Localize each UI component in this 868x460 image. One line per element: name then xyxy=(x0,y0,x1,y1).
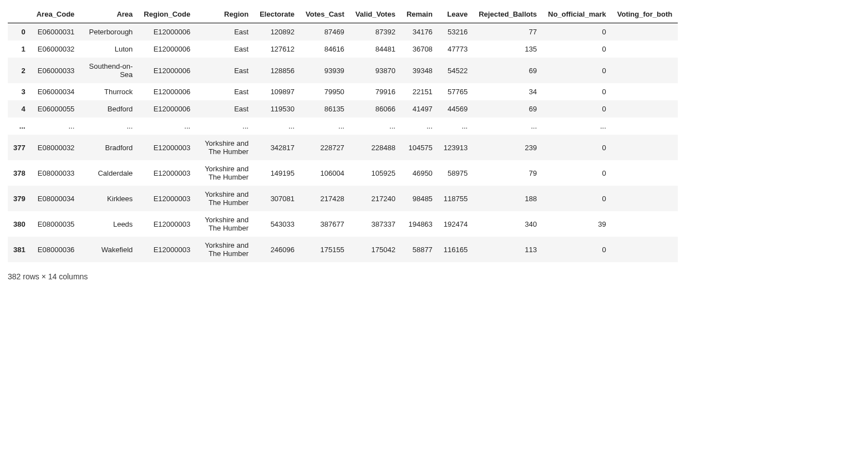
cell: 105925 xyxy=(350,160,401,186)
cell: 543033 xyxy=(254,211,300,237)
cell: E12000003 xyxy=(138,211,196,237)
col-header: Region xyxy=(196,6,254,23)
table-row: 2 E06000033 Southend-on-Sea E12000006 Ea… xyxy=(8,58,678,83)
cell: E08000036 xyxy=(31,237,80,262)
cell: 54522 xyxy=(438,58,473,83)
cell: 128856 xyxy=(254,58,300,83)
col-header: Voting_for_both xyxy=(612,6,678,23)
cell: Yorkshire and The Humber xyxy=(196,135,254,160)
cell: 22151 xyxy=(401,83,438,100)
cell: 46950 xyxy=(401,160,438,186)
row-index: 1 xyxy=(8,40,31,58)
cell: 387677 xyxy=(300,211,350,237)
cell: 0 xyxy=(542,100,612,117)
cell: ... xyxy=(473,117,542,135)
cell: E06000034 xyxy=(31,83,80,100)
cell: 79 xyxy=(473,160,542,186)
table-row: 378 E08000033 Calderdale E12000003 Yorks… xyxy=(8,160,678,186)
cell: 77 xyxy=(473,23,542,41)
cell: 109897 xyxy=(254,83,300,100)
cell: 340 xyxy=(473,211,542,237)
cell: Thurrock xyxy=(80,83,138,100)
table-row: 1 E06000032 Luton E12000006 East 127612 … xyxy=(8,40,678,58)
cell: E06000032 xyxy=(31,40,80,58)
cell xyxy=(612,58,678,83)
cell: E08000032 xyxy=(31,135,80,160)
cell: Southend-on-Sea xyxy=(80,58,138,83)
cell: 36708 xyxy=(401,40,438,58)
cell: 342817 xyxy=(254,135,300,160)
cell: Peterborough xyxy=(80,23,138,41)
cell: 39 xyxy=(542,211,612,237)
row-index: 0 xyxy=(8,23,31,41)
col-header: Area_Code xyxy=(31,6,80,23)
cell: 87392 xyxy=(350,23,401,41)
row-index: 2 xyxy=(8,58,31,83)
cell: ... xyxy=(350,117,401,135)
cell: 58877 xyxy=(401,237,438,262)
cell: Luton xyxy=(80,40,138,58)
table-row: 380 E08000035 Leeds E12000003 Yorkshire … xyxy=(8,211,678,237)
cell: Wakefield xyxy=(80,237,138,262)
cell: 84616 xyxy=(300,40,350,58)
row-index: 377 xyxy=(8,135,31,160)
cell: Yorkshire and The Humber xyxy=(196,211,254,237)
cell: 86066 xyxy=(350,100,401,117)
cell: 123913 xyxy=(438,135,473,160)
cell: Yorkshire and The Humber xyxy=(196,160,254,186)
cell: 217240 xyxy=(350,186,401,211)
cell: 228488 xyxy=(350,135,401,160)
cell: Kirklees xyxy=(80,186,138,211)
cell: 0 xyxy=(542,160,612,186)
cell: East xyxy=(196,100,254,117)
cell xyxy=(612,237,678,262)
table-row: 0 E06000031 Peterborough E12000006 East … xyxy=(8,23,678,41)
row-index: 4 xyxy=(8,100,31,117)
cell: East xyxy=(196,58,254,83)
cell: ... xyxy=(542,117,612,135)
cell: E06000031 xyxy=(31,23,80,41)
cell: 127612 xyxy=(254,40,300,58)
cell: E12000003 xyxy=(138,186,196,211)
cell: 41497 xyxy=(401,100,438,117)
col-header: No_official_mark xyxy=(542,6,612,23)
cell xyxy=(612,100,678,117)
cell: E12000006 xyxy=(138,100,196,117)
cell: E12000003 xyxy=(138,160,196,186)
cell: E12000006 xyxy=(138,58,196,83)
cell: 246096 xyxy=(254,237,300,262)
cell: 106004 xyxy=(300,160,350,186)
shape-summary: 382 rows × 14 columns xyxy=(8,272,860,281)
cell: 57765 xyxy=(438,83,473,100)
cell: 87469 xyxy=(300,23,350,41)
cell: 39348 xyxy=(401,58,438,83)
row-index: 378 xyxy=(8,160,31,186)
cell: 307081 xyxy=(254,186,300,211)
cell: E08000035 xyxy=(31,211,80,237)
cell: 58975 xyxy=(438,160,473,186)
cell: 387337 xyxy=(350,211,401,237)
cell: ... xyxy=(196,117,254,135)
cell: E06000055 xyxy=(31,100,80,117)
cell: 120892 xyxy=(254,23,300,41)
cell: East xyxy=(196,40,254,58)
col-header: Region_Code xyxy=(138,6,196,23)
cell: 116165 xyxy=(438,237,473,262)
cell: 93870 xyxy=(350,58,401,83)
cell: Yorkshire and The Humber xyxy=(196,237,254,262)
ellipsis-row: ... ... ... ... ... ... ... ... ... ... … xyxy=(8,117,678,135)
cell: East xyxy=(196,83,254,100)
cell: 188 xyxy=(473,186,542,211)
dataframe-head: Area_Code Area Region_Code Region Electo… xyxy=(8,6,678,23)
cell: ... xyxy=(254,117,300,135)
cell: 34176 xyxy=(401,23,438,41)
cell: 119530 xyxy=(254,100,300,117)
cell: 47773 xyxy=(438,40,473,58)
cell: 104575 xyxy=(401,135,438,160)
cell xyxy=(612,83,678,100)
cell: 0 xyxy=(542,186,612,211)
cell xyxy=(612,160,678,186)
cell: 53216 xyxy=(438,23,473,41)
cell xyxy=(612,186,678,211)
row-index: 381 xyxy=(8,237,31,262)
